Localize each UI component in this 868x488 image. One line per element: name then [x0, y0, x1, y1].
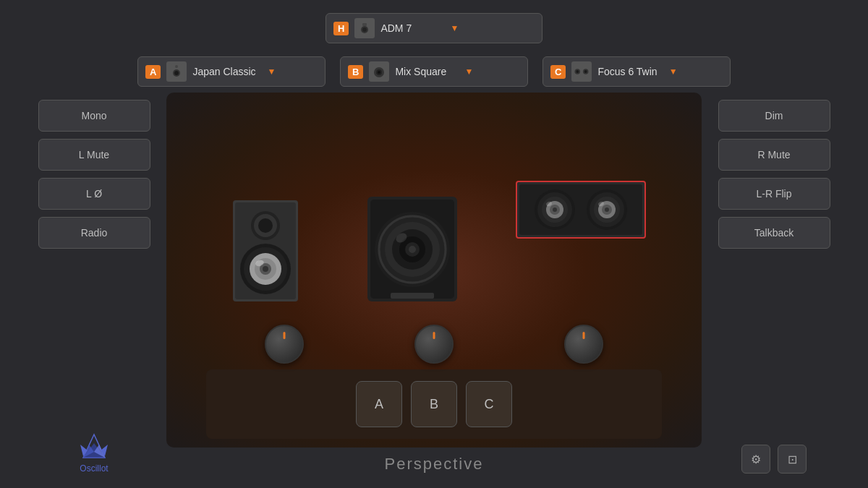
- mix-square-svg: [362, 186, 463, 309]
- bottom-icons: ⚙ ⊡: [741, 423, 807, 474]
- badge-a: A: [145, 65, 161, 79]
- svg-point-11: [378, 71, 380, 74]
- focus-6-twin-svg: [517, 182, 644, 237]
- dim-button[interactable]: Dim: [718, 100, 830, 132]
- layout-button[interactable]: ⊡: [778, 445, 807, 474]
- svg-point-61: [605, 207, 609, 212]
- stage-background: A B C: [166, 93, 702, 448]
- selector-c-arrow: ▼: [669, 67, 678, 77]
- svg-point-27: [258, 218, 273, 233]
- h-speaker-thumb: [354, 18, 375, 38]
- svg-point-6: [174, 71, 179, 75]
- h-dropdown[interactable]: H ADM 7 ▼: [326, 13, 542, 43]
- svg-rect-46: [391, 293, 434, 299]
- talkback-button[interactable]: Talkback: [718, 217, 830, 249]
- header-row: H ADM 7 ▼: [0, 0, 868, 51]
- h-dropdown-arrow: ▼: [450, 23, 459, 33]
- knob-c[interactable]: [564, 325, 603, 364]
- svg-point-44: [409, 246, 416, 253]
- knob-a[interactable]: [265, 325, 304, 364]
- svg-point-16: [584, 70, 587, 73]
- knob-b[interactable]: [414, 325, 454, 364]
- perspective-label: Perspective: [385, 448, 484, 481]
- selector-c-label: Focus 6 Twin: [597, 66, 657, 77]
- badge-b: B: [348, 65, 363, 79]
- l-mute-button[interactable]: L Mute: [38, 139, 150, 171]
- thumb-b: [369, 61, 389, 82]
- btn-a[interactable]: A: [356, 381, 402, 427]
- logo-area: Oscillot: [76, 407, 112, 474]
- japan-classic-svg: [222, 193, 309, 309]
- mono-button[interactable]: Mono: [38, 100, 150, 132]
- h-badge: H: [333, 22, 349, 35]
- r-mute-button[interactable]: R Mute: [718, 139, 830, 171]
- selector-b[interactable]: B Mix Square ▼: [340, 56, 528, 87]
- logo-label: Oscillot: [80, 463, 108, 474]
- btn-b[interactable]: B: [411, 381, 457, 427]
- svg-point-7: [175, 65, 178, 68]
- logo-icon: [76, 429, 112, 461]
- btn-c[interactable]: C: [466, 381, 512, 427]
- selector-a-arrow: ▼: [268, 67, 276, 77]
- radio-button[interactable]: Radio: [38, 217, 150, 249]
- selector-b-arrow: ▼: [464, 67, 473, 77]
- knobs-row: [181, 319, 687, 369]
- svg-point-2: [362, 27, 367, 32]
- speakers-display-row: [181, 100, 687, 319]
- speaker-a-display: [222, 193, 309, 312]
- main-area: Mono L Mute L Ø Radio Oscillot: [0, 93, 868, 488]
- settings-button[interactable]: ⚙: [741, 445, 770, 474]
- selectors-row: A Japan Classic ▼ B Mix Square ▼ C: [0, 51, 868, 93]
- svg-rect-3: [362, 23, 367, 26]
- focus-6-twin-img: [516, 181, 646, 239]
- lr-flip-button[interactable]: L-R Flip: [718, 178, 830, 210]
- selector-c[interactable]: C Focus 6 Twin ▼: [542, 56, 731, 87]
- l-phase-button[interactable]: L Ø: [38, 178, 150, 210]
- svg-point-33: [263, 266, 268, 272]
- h-dropdown-label: ADM 7: [380, 22, 438, 34]
- selector-b-label: Mix Square: [395, 66, 453, 77]
- badge-c: C: [550, 65, 566, 79]
- thumb-a: [166, 61, 187, 82]
- gear-icon: ⚙: [751, 453, 761, 466]
- center-stage: A B C Perspective: [166, 93, 702, 481]
- thumb-c: [571, 61, 592, 82]
- selector-a[interactable]: A Japan Classic ▼: [137, 56, 326, 87]
- abc-buttons-row: A B C: [206, 369, 662, 439]
- speaker-c-display: [516, 181, 646, 239]
- layout-icon: ⊡: [788, 453, 797, 466]
- left-panel: Mono L Mute L Ø Radio Oscillot: [22, 93, 166, 481]
- right-panel: Dim R Mute L-R Flip Talkback ⚙ ⊡: [702, 93, 846, 481]
- svg-point-54: [553, 207, 557, 212]
- selector-a-label: Japan Classic: [192, 66, 255, 77]
- speaker-b-display: [362, 186, 463, 312]
- svg-point-14: [576, 70, 579, 73]
